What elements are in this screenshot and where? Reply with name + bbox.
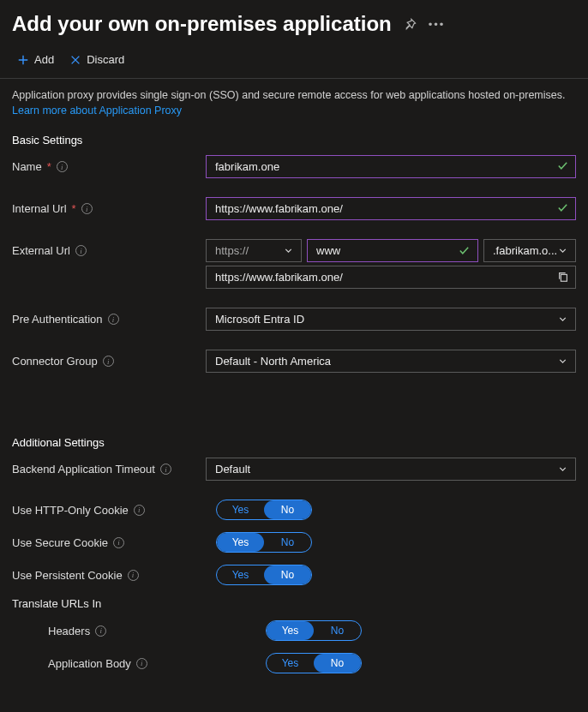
info-icon[interactable]: i <box>108 314 119 325</box>
headers-toggle[interactable]: Yes No <box>266 620 362 641</box>
close-icon <box>69 54 81 66</box>
pre-auth-label: Pre Authentication i <box>12 308 206 326</box>
learn-more-link[interactable]: Learn more about Application Proxy <box>12 105 182 117</box>
info-icon[interactable]: i <box>136 658 147 669</box>
svg-rect-0 <box>561 275 567 282</box>
info-icon[interactable]: i <box>128 570 139 581</box>
backend-timeout-select[interactable]: Default <box>206 458 576 481</box>
translate-urls-title: Translate URLs In <box>12 597 576 610</box>
discard-label: Discard <box>87 53 124 66</box>
page-title: Add your own on-premises application <box>12 12 392 36</box>
info-icon[interactable]: i <box>81 203 93 214</box>
info-icon[interactable]: i <box>160 464 171 475</box>
info-icon[interactable]: i <box>57 161 68 172</box>
subdomain-input[interactable]: www <box>307 239 478 262</box>
basic-settings-title: Basic Settings <box>12 134 576 147</box>
add-button[interactable]: Add <box>17 53 54 66</box>
intro-body: Application proxy provides single sign-o… <box>12 89 565 101</box>
check-icon <box>458 244 471 257</box>
internal-url-label: Internal Url * i <box>12 197 206 215</box>
copy-icon[interactable] <box>557 271 569 283</box>
chevron-down-icon <box>557 245 568 256</box>
add-label: Add <box>34 53 54 66</box>
secure-cookie-label: Use Secure Cookie i <box>12 536 216 549</box>
chevron-down-icon <box>283 245 294 256</box>
discard-button[interactable]: Discard <box>69 53 124 66</box>
additional-settings-title: Additional Settings <box>12 436 576 449</box>
intro-text: Application proxy provides single sign-o… <box>12 87 576 130</box>
more-icon[interactable]: ••• <box>429 18 446 31</box>
check-icon <box>556 159 569 172</box>
external-url-label: External Url i <box>12 239 206 257</box>
protocol-select[interactable]: https:// <box>206 239 302 262</box>
chevron-down-icon <box>557 356 568 367</box>
divider <box>0 78 588 79</box>
check-icon <box>556 201 569 214</box>
persistent-cookie-label: Use Persistent Cookie i <box>12 569 216 582</box>
full-external-url: https://www.fabrikam.one/ <box>206 266 576 289</box>
info-icon[interactable]: i <box>134 505 145 516</box>
toolbar: Add Discard <box>12 43 576 76</box>
chevron-down-icon <box>557 314 568 325</box>
secure-cookie-toggle[interactable]: Yes No <box>216 532 312 553</box>
info-icon[interactable]: i <box>103 356 114 367</box>
application-body-toggle[interactable]: Yes No <box>266 653 362 673</box>
pre-auth-select[interactable]: Microsoft Entra ID <box>206 308 576 331</box>
plus-icon <box>17 54 29 66</box>
page-header: Add your own on-premises application ••• <box>12 9 576 43</box>
info-icon[interactable]: i <box>113 537 124 548</box>
internal-url-input[interactable] <box>206 197 576 220</box>
info-icon[interactable]: i <box>75 245 87 256</box>
headers-label: Headers i <box>12 625 266 637</box>
info-icon[interactable]: i <box>95 625 106 637</box>
name-input[interactable] <box>206 155 576 178</box>
connector-group-select[interactable]: Default - North America <box>206 350 576 373</box>
chevron-down-icon <box>557 464 568 475</box>
http-only-cookie-toggle[interactable]: Yes No <box>216 500 312 520</box>
application-body-label: Application Body i <box>12 657 266 670</box>
required-marker: * <box>47 160 51 173</box>
http-only-cookie-label: Use HTTP-Only Cookie i <box>12 504 216 517</box>
pin-icon[interactable] <box>404 18 417 31</box>
connector-group-label: Connector Group i <box>12 350 206 368</box>
persistent-cookie-toggle[interactable]: Yes No <box>216 565 312 585</box>
required-marker: * <box>72 202 76 215</box>
domain-select[interactable]: .fabrikam.o... <box>483 239 576 262</box>
name-label: Name * i <box>12 155 206 173</box>
backend-timeout-label: Backend Application Timeout i <box>12 458 206 476</box>
